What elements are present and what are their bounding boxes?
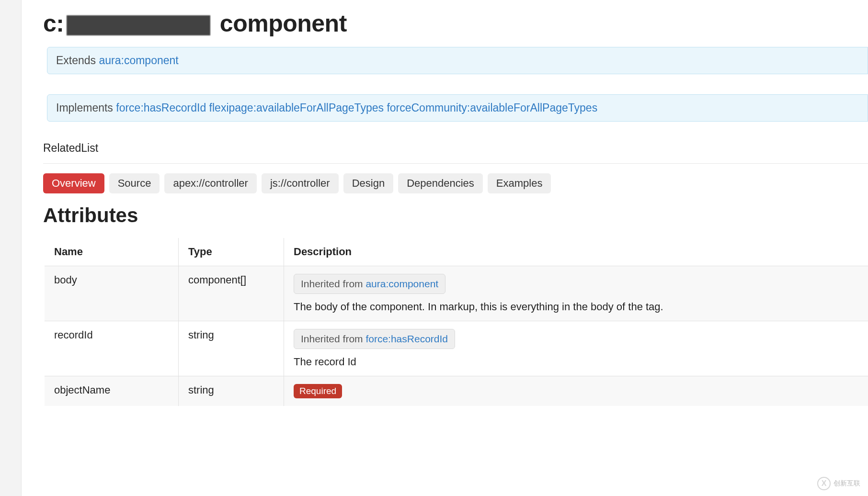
- left-gutter: [0, 0, 22, 406]
- tab-design[interactable]: Design: [343, 173, 393, 193]
- attributes-table: Name Type Description body component[] I…: [44, 237, 868, 406]
- table-row: body component[] Inherited from aura:com…: [45, 266, 868, 321]
- implements-link-2[interactable]: forceCommunity:availableForAllPageTypes: [387, 101, 597, 114]
- implements-label: Implements: [56, 101, 116, 114]
- table-row: recordId string Inherited from force:has…: [45, 321, 868, 376]
- inherited-label: Inherited from: [301, 278, 365, 289]
- table-row: objectName string Required: [45, 376, 868, 406]
- tab-dependencies[interactable]: Dependencies: [398, 173, 483, 193]
- implements-link-1[interactable]: flexipage:availableForAllPageTypes: [209, 101, 384, 114]
- inherited-label: Inherited from: [301, 333, 365, 344]
- inherited-link[interactable]: aura:component: [365, 278, 438, 289]
- implements-link-0[interactable]: force:hasRecordId: [116, 101, 206, 114]
- extends-label: Extends: [56, 54, 99, 67]
- tab-js-controller[interactable]: js://controller: [262, 173, 339, 193]
- inherited-link[interactable]: force:hasRecordId: [365, 333, 448, 344]
- required-badge: Required: [294, 384, 342, 398]
- inherited-badge: Inherited from aura:component: [294, 274, 445, 294]
- separator: [43, 163, 868, 164]
- inherited-badge: Inherited from force:hasRecordId: [294, 329, 455, 349]
- th-name: Name: [45, 238, 179, 266]
- cell-name: recordId: [45, 321, 179, 376]
- cell-description: Required: [284, 376, 868, 406]
- tab-examples[interactable]: Examples: [488, 173, 551, 193]
- tab-source[interactable]: Source: [109, 173, 160, 193]
- section-title: Attributes: [43, 204, 868, 227]
- page-content: c: component Extends aura:component Impl…: [43, 0, 868, 406]
- tab-apex-controller[interactable]: apex://controller: [164, 173, 257, 193]
- description-text: The body of the component. In markup, th…: [294, 301, 859, 313]
- extends-box: Extends aura:component: [47, 47, 868, 74]
- cell-type: string: [179, 376, 284, 406]
- cell-type: component[]: [179, 266, 284, 321]
- th-description: Description: [284, 238, 868, 266]
- tab-overview[interactable]: Overview: [43, 173, 104, 193]
- cell-description: Inherited from aura:component The body o…: [284, 266, 868, 321]
- title-redacted: [67, 15, 210, 35]
- implements-box: Implements force:hasRecordId flexipage:a…: [47, 94, 868, 122]
- cell-name: body: [45, 266, 179, 321]
- title-suffix: component: [213, 10, 346, 37]
- component-sublabel: RelatedList: [43, 142, 868, 155]
- cell-type: string: [179, 321, 284, 376]
- description-text: The record Id: [294, 356, 859, 368]
- page-title: c: component: [43, 10, 868, 37]
- tabs-container: Overview Source apex://controller js://c…: [43, 173, 868, 193]
- th-type: Type: [179, 238, 284, 266]
- cell-name: objectName: [45, 376, 179, 406]
- cell-description: Inherited from force:hasRecordId The rec…: [284, 321, 868, 376]
- extends-link[interactable]: aura:component: [99, 54, 179, 67]
- title-prefix: c:: [43, 10, 64, 37]
